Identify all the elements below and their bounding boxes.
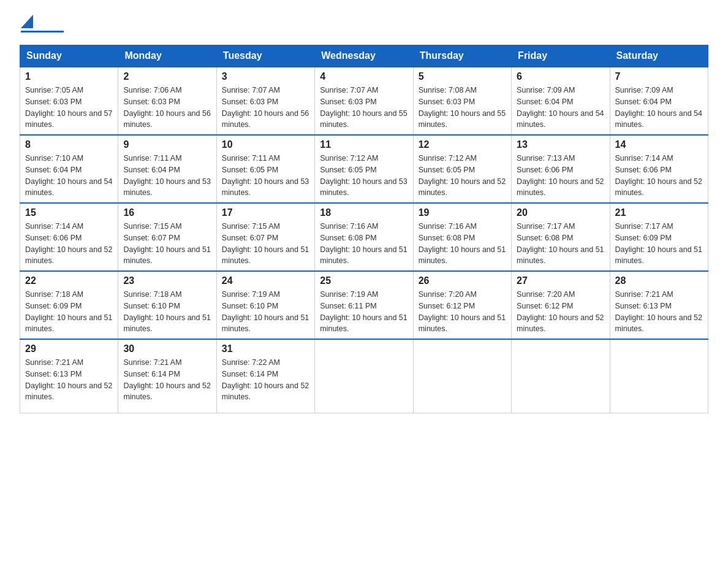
day-number: 25 <box>320 275 408 286</box>
calendar-cell <box>512 339 610 413</box>
calendar-cell: 27 Sunrise: 7:20 AM Sunset: 6:12 PM Dayl… <box>512 271 610 339</box>
logo <box>20 15 66 33</box>
day-number: 20 <box>517 207 604 218</box>
calendar-cell: 7 Sunrise: 7:09 AM Sunset: 6:04 PM Dayli… <box>610 67 708 135</box>
day-info: Sunrise: 7:21 AM Sunset: 6:13 PM Dayligh… <box>615 289 703 335</box>
day-number: 10 <box>222 139 309 150</box>
calendar-cell: 20 Sunrise: 7:17 AM Sunset: 6:08 PM Dayl… <box>512 203 610 271</box>
week-row-5: 29 Sunrise: 7:21 AM Sunset: 6:13 PM Dayl… <box>20 339 708 413</box>
calendar-cell: 28 Sunrise: 7:21 AM Sunset: 6:13 PM Dayl… <box>610 271 708 339</box>
day-number: 31 <box>222 343 309 354</box>
header-friday: Friday <box>512 45 610 67</box>
day-info: Sunrise: 7:18 AM Sunset: 6:09 PM Dayligh… <box>25 289 113 335</box>
day-info: Sunrise: 7:20 AM Sunset: 6:12 PM Dayligh… <box>517 289 604 335</box>
day-number: 2 <box>123 71 211 82</box>
day-number: 8 <box>25 139 113 150</box>
calendar-cell: 6 Sunrise: 7:09 AM Sunset: 6:04 PM Dayli… <box>512 67 610 135</box>
calendar-cell: 12 Sunrise: 7:12 AM Sunset: 6:05 PM Dayl… <box>413 135 511 203</box>
calendar-cell: 24 Sunrise: 7:19 AM Sunset: 6:10 PM Dayl… <box>216 271 314 339</box>
day-number: 28 <box>615 275 703 286</box>
day-info: Sunrise: 7:20 AM Sunset: 6:12 PM Dayligh… <box>419 289 506 335</box>
day-number: 22 <box>25 275 113 286</box>
calendar-cell: 31 Sunrise: 7:22 AM Sunset: 6:14 PM Dayl… <box>216 339 314 413</box>
day-info: Sunrise: 7:08 AM Sunset: 6:03 PM Dayligh… <box>419 85 506 131</box>
calendar-cell: 3 Sunrise: 7:07 AM Sunset: 6:03 PM Dayli… <box>216 67 314 135</box>
day-info: Sunrise: 7:09 AM Sunset: 6:04 PM Dayligh… <box>615 85 703 131</box>
day-info: Sunrise: 7:14 AM Sunset: 6:06 PM Dayligh… <box>25 221 113 267</box>
calendar-cell: 9 Sunrise: 7:11 AM Sunset: 6:04 PM Dayli… <box>118 135 216 203</box>
day-info: Sunrise: 7:16 AM Sunset: 6:08 PM Dayligh… <box>320 221 408 267</box>
calendar-table: SundayMondayTuesdayWednesdayThursdayFrid… <box>20 45 708 413</box>
calendar-cell: 15 Sunrise: 7:14 AM Sunset: 6:06 PM Dayl… <box>20 203 118 271</box>
day-number: 1 <box>25 71 113 82</box>
logo-line <box>21 31 64 33</box>
day-info: Sunrise: 7:18 AM Sunset: 6:10 PM Dayligh… <box>123 289 211 335</box>
calendar-cell: 21 Sunrise: 7:17 AM Sunset: 6:09 PM Dayl… <box>610 203 708 271</box>
day-number: 15 <box>25 207 113 218</box>
calendar-cell <box>610 339 708 413</box>
day-info: Sunrise: 7:21 AM Sunset: 6:13 PM Dayligh… <box>25 357 113 403</box>
calendar-cell: 19 Sunrise: 7:16 AM Sunset: 6:08 PM Dayl… <box>413 203 511 271</box>
day-number: 12 <box>419 139 506 150</box>
week-row-1: 1 Sunrise: 7:05 AM Sunset: 6:03 PM Dayli… <box>20 67 708 135</box>
day-info: Sunrise: 7:19 AM Sunset: 6:10 PM Dayligh… <box>222 289 309 335</box>
day-number: 7 <box>615 71 703 82</box>
calendar-body: 1 Sunrise: 7:05 AM Sunset: 6:03 PM Dayli… <box>20 67 708 413</box>
day-number: 16 <box>123 207 211 218</box>
calendar-cell: 29 Sunrise: 7:21 AM Sunset: 6:13 PM Dayl… <box>20 339 118 413</box>
day-info: Sunrise: 7:10 AM Sunset: 6:04 PM Dayligh… <box>25 153 113 199</box>
day-number: 26 <box>419 275 506 286</box>
calendar-cell: 18 Sunrise: 7:16 AM Sunset: 6:08 PM Dayl… <box>315 203 413 271</box>
day-number: 11 <box>320 139 408 150</box>
calendar-cell: 1 Sunrise: 7:05 AM Sunset: 6:03 PM Dayli… <box>20 67 118 135</box>
header-wednesday: Wednesday <box>315 45 413 67</box>
calendar-cell: 13 Sunrise: 7:13 AM Sunset: 6:06 PM Dayl… <box>512 135 610 203</box>
day-info: Sunrise: 7:11 AM Sunset: 6:04 PM Dayligh… <box>123 153 211 199</box>
day-info: Sunrise: 7:12 AM Sunset: 6:05 PM Dayligh… <box>320 153 408 199</box>
day-number: 21 <box>615 207 703 218</box>
day-info: Sunrise: 7:15 AM Sunset: 6:07 PM Dayligh… <box>222 221 309 267</box>
week-row-3: 15 Sunrise: 7:14 AM Sunset: 6:06 PM Dayl… <box>20 203 708 271</box>
calendar-cell: 4 Sunrise: 7:07 AM Sunset: 6:03 PM Dayli… <box>315 67 413 135</box>
week-row-4: 22 Sunrise: 7:18 AM Sunset: 6:09 PM Dayl… <box>20 271 708 339</box>
day-number: 4 <box>320 71 408 82</box>
header-tuesday: Tuesday <box>216 45 314 67</box>
header-thursday: Thursday <box>413 45 511 67</box>
day-number: 14 <box>615 139 703 150</box>
header-sunday: Sunday <box>20 45 118 67</box>
calendar-cell: 17 Sunrise: 7:15 AM Sunset: 6:07 PM Dayl… <box>216 203 314 271</box>
calendar-cell <box>413 339 511 413</box>
logo-triangle-icon <box>21 15 33 28</box>
day-info: Sunrise: 7:12 AM Sunset: 6:05 PM Dayligh… <box>419 153 506 199</box>
day-number: 6 <box>517 71 604 82</box>
day-info: Sunrise: 7:07 AM Sunset: 6:03 PM Dayligh… <box>320 85 408 131</box>
calendar-cell: 22 Sunrise: 7:18 AM Sunset: 6:09 PM Dayl… <box>20 271 118 339</box>
calendar-cell: 23 Sunrise: 7:18 AM Sunset: 6:10 PM Dayl… <box>118 271 216 339</box>
day-info: Sunrise: 7:06 AM Sunset: 6:03 PM Dayligh… <box>123 85 211 131</box>
day-info: Sunrise: 7:19 AM Sunset: 6:11 PM Dayligh… <box>320 289 408 335</box>
day-info: Sunrise: 7:17 AM Sunset: 6:09 PM Dayligh… <box>615 221 703 267</box>
day-info: Sunrise: 7:13 AM Sunset: 6:06 PM Dayligh… <box>517 153 604 199</box>
week-row-2: 8 Sunrise: 7:10 AM Sunset: 6:04 PM Dayli… <box>20 135 708 203</box>
day-info: Sunrise: 7:22 AM Sunset: 6:14 PM Dayligh… <box>222 357 309 403</box>
day-info: Sunrise: 7:21 AM Sunset: 6:14 PM Dayligh… <box>123 357 211 403</box>
day-info: Sunrise: 7:09 AM Sunset: 6:04 PM Dayligh… <box>517 85 604 131</box>
header-saturday: Saturday <box>610 45 708 67</box>
day-number: 23 <box>123 275 211 286</box>
calendar-cell: 2 Sunrise: 7:06 AM Sunset: 6:03 PM Dayli… <box>118 67 216 135</box>
calendar-cell: 26 Sunrise: 7:20 AM Sunset: 6:12 PM Dayl… <box>413 271 511 339</box>
day-info: Sunrise: 7:07 AM Sunset: 6:03 PM Dayligh… <box>222 85 309 131</box>
day-info: Sunrise: 7:14 AM Sunset: 6:06 PM Dayligh… <box>615 153 703 199</box>
day-number: 5 <box>419 71 506 82</box>
day-number: 24 <box>222 275 309 286</box>
day-info: Sunrise: 7:15 AM Sunset: 6:07 PM Dayligh… <box>123 221 211 267</box>
day-info: Sunrise: 7:17 AM Sunset: 6:08 PM Dayligh… <box>517 221 604 267</box>
calendar-cell: 25 Sunrise: 7:19 AM Sunset: 6:11 PM Dayl… <box>315 271 413 339</box>
day-info: Sunrise: 7:11 AM Sunset: 6:05 PM Dayligh… <box>222 153 309 199</box>
day-number: 17 <box>222 207 309 218</box>
calendar-cell: 11 Sunrise: 7:12 AM Sunset: 6:05 PM Dayl… <box>315 135 413 203</box>
day-number: 9 <box>123 139 211 150</box>
day-info: Sunrise: 7:05 AM Sunset: 6:03 PM Dayligh… <box>25 85 113 131</box>
day-number: 13 <box>517 139 604 150</box>
day-info: Sunrise: 7:16 AM Sunset: 6:08 PM Dayligh… <box>419 221 506 267</box>
